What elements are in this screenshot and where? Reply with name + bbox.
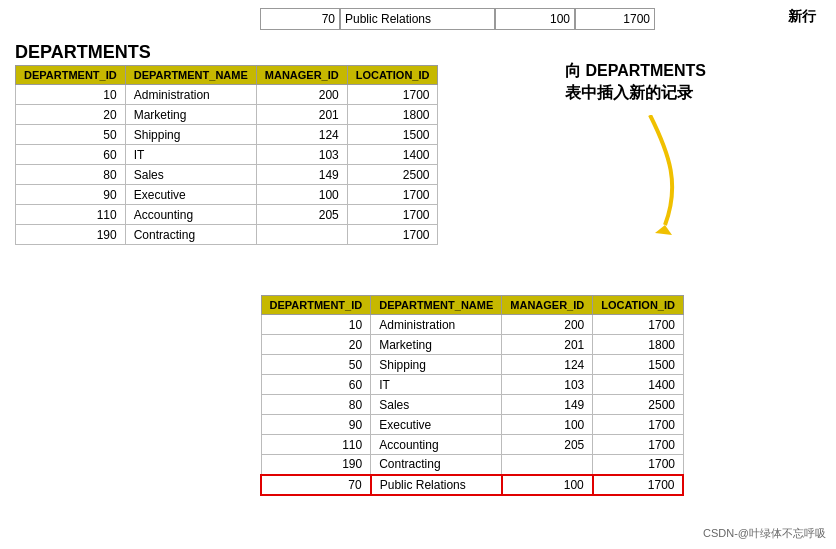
- cell-dept-name: Accounting: [371, 435, 502, 455]
- cell-manager-id: 205: [502, 435, 593, 455]
- cell-dept-name: Shipping: [125, 125, 256, 145]
- arrow-decoration: [610, 115, 670, 235]
- cell-location-id: 1700: [593, 435, 684, 455]
- new-row-id: 70: [260, 8, 340, 30]
- cell-dept-id: 90: [16, 185, 126, 205]
- col-location-id: LOCATION_ID: [347, 66, 438, 85]
- new-row-name: Public Relations: [340, 8, 495, 30]
- bottom-departments-table: DEPARTMENT_ID DEPARTMENT_NAME MANAGER_ID…: [260, 295, 684, 496]
- cell-manager-id: 103: [256, 145, 347, 165]
- cell-location-id: 1500: [593, 355, 684, 375]
- cell-dept-name: Contracting: [125, 225, 256, 245]
- cell-location-id: 2500: [593, 395, 684, 415]
- cell-dept-name: Public Relations: [371, 475, 502, 495]
- cell-manager-id: 149: [256, 165, 347, 185]
- cell-location-id: 1700: [593, 475, 684, 495]
- bottom-table-container: DEPARTMENT_ID DEPARTMENT_NAME MANAGER_ID…: [260, 295, 684, 496]
- table-row: 60 IT 103 1400: [261, 375, 683, 395]
- new-row-manager: 100: [495, 8, 575, 30]
- table-row: 190 Contracting 1700: [261, 455, 683, 475]
- cell-dept-id: 20: [261, 335, 371, 355]
- table-row: 60 IT 103 1400: [16, 145, 438, 165]
- col-manager-id: MANAGER_ID: [256, 66, 347, 85]
- table-row: 20 Marketing 201 1800: [16, 105, 438, 125]
- cell-location-id: 1700: [593, 455, 684, 475]
- col-dept-id: DEPARTMENT_ID: [16, 66, 126, 85]
- table-row: 90 Executive 100 1700: [16, 185, 438, 205]
- cell-manager-id: 124: [502, 355, 593, 375]
- cell-manager-id: [256, 225, 347, 245]
- cell-manager-id: 100: [502, 475, 593, 495]
- cell-dept-name: Administration: [125, 85, 256, 105]
- cell-dept-id: 60: [261, 375, 371, 395]
- table-row: 10 Administration 200 1700: [16, 85, 438, 105]
- cell-dept-id: 110: [16, 205, 126, 225]
- col-dept-name-b: DEPARTMENT_NAME: [371, 296, 502, 315]
- cell-dept-id: 60: [16, 145, 126, 165]
- top-departments-table: DEPARTMENT_ID DEPARTMENT_NAME MANAGER_ID…: [15, 65, 438, 245]
- cell-location-id: 2500: [347, 165, 438, 185]
- cell-dept-id: 50: [16, 125, 126, 145]
- cell-manager-id: 200: [256, 85, 347, 105]
- col-dept-name: DEPARTMENT_NAME: [125, 66, 256, 85]
- table-row: 80 Sales 149 2500: [261, 395, 683, 415]
- cell-dept-id: 10: [261, 315, 371, 335]
- cell-location-id: 1800: [347, 105, 438, 125]
- cell-location-id: 1700: [347, 85, 438, 105]
- cell-manager-id: 100: [502, 415, 593, 435]
- cell-manager-id: 201: [502, 335, 593, 355]
- cell-location-id: 1400: [593, 375, 684, 395]
- cell-location-id: 1700: [593, 415, 684, 435]
- new-row-label: 新行: [788, 8, 816, 26]
- cell-manager-id: [502, 455, 593, 475]
- cell-manager-id: 205: [256, 205, 347, 225]
- svg-marker-0: [655, 225, 672, 235]
- cell-dept-id: 10: [16, 85, 126, 105]
- cell-location-id: 1500: [347, 125, 438, 145]
- cell-dept-id: 80: [16, 165, 126, 185]
- cell-dept-name: Shipping: [371, 355, 502, 375]
- cell-dept-id: 50: [261, 355, 371, 375]
- cell-location-id: 1400: [347, 145, 438, 165]
- cell-dept-name: Executive: [371, 415, 502, 435]
- table-row: 70 Public Relations 100 1700: [261, 475, 683, 495]
- cell-dept-id: 20: [16, 105, 126, 125]
- table-row: 20 Marketing 201 1800: [261, 335, 683, 355]
- table-row: 190 Contracting 1700: [16, 225, 438, 245]
- cell-location-id: 1700: [593, 315, 684, 335]
- table-row: 80 Sales 149 2500: [16, 165, 438, 185]
- cell-dept-name: Accounting: [125, 205, 256, 225]
- cell-dept-name: IT: [125, 145, 256, 165]
- cell-location-id: 1700: [347, 225, 438, 245]
- annotation-text: 向 DEPARTMENTS 表中插入新的记录: [565, 60, 706, 105]
- cell-dept-name: Executive: [125, 185, 256, 205]
- table-row: 90 Executive 100 1700: [261, 415, 683, 435]
- col-manager-id-b: MANAGER_ID: [502, 296, 593, 315]
- cell-dept-id: 70: [261, 475, 371, 495]
- cell-manager-id: 103: [502, 375, 593, 395]
- watermark: CSDN-@叶绿体不忘呼吸: [703, 526, 826, 541]
- cell-manager-id: 149: [502, 395, 593, 415]
- cell-manager-id: 100: [256, 185, 347, 205]
- col-dept-id-b: DEPARTMENT_ID: [261, 296, 371, 315]
- cell-dept-id: 110: [261, 435, 371, 455]
- cell-dept-id: 90: [261, 415, 371, 435]
- cell-manager-id: 124: [256, 125, 347, 145]
- departments-title: DEPARTMENTS: [15, 42, 151, 63]
- cell-location-id: 1700: [347, 185, 438, 205]
- cell-dept-name: Administration: [371, 315, 502, 335]
- annotation-line1: 向 DEPARTMENTS: [565, 62, 706, 79]
- cell-dept-name: Marketing: [371, 335, 502, 355]
- cell-dept-name: Sales: [371, 395, 502, 415]
- annotation-line2: 表中插入新的记录: [565, 84, 693, 101]
- table-row: 10 Administration 200 1700: [261, 315, 683, 335]
- cell-dept-name: Contracting: [371, 455, 502, 475]
- table-row: 110 Accounting 205 1700: [261, 435, 683, 455]
- cell-location-id: 1700: [347, 205, 438, 225]
- table-row: 110 Accounting 205 1700: [16, 205, 438, 225]
- table-row: 50 Shipping 124 1500: [261, 355, 683, 375]
- cell-manager-id: 200: [502, 315, 593, 335]
- cell-location-id: 1800: [593, 335, 684, 355]
- cell-manager-id: 201: [256, 105, 347, 125]
- col-location-id-b: LOCATION_ID: [593, 296, 684, 315]
